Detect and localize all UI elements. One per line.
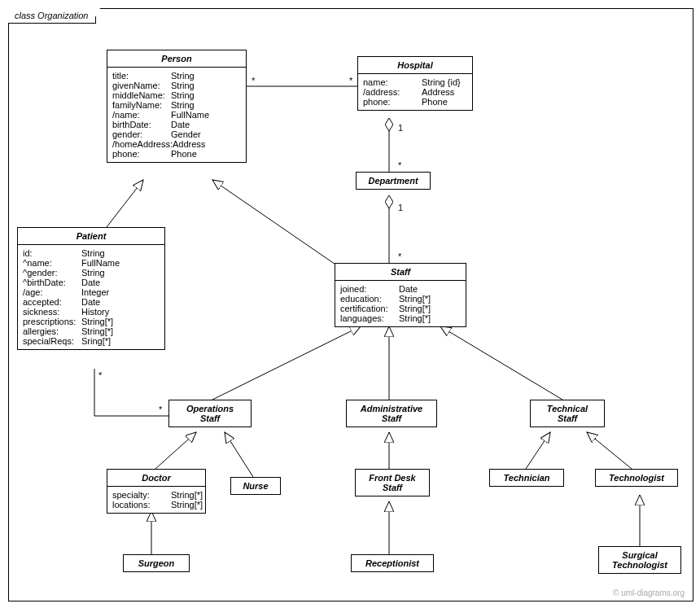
svg-line-21 — [526, 432, 550, 469]
svg-text:*: * — [98, 370, 103, 380]
class-receptionist: Receptionist — [351, 554, 434, 572]
class-technician: Technician — [489, 469, 564, 487]
svg-line-9 — [107, 180, 143, 227]
frame-label: class Organization — [8, 8, 96, 24]
svg-line-13 — [440, 326, 562, 400]
svg-line-18 — [155, 432, 196, 469]
diagram-frame: class Organization * * 1 * 1 * — [8, 8, 693, 601]
svg-text:*: * — [398, 160, 402, 170]
class-person: Person title:StringgivenName:Stringmiddl… — [107, 50, 247, 163]
svg-text:1: 1 — [398, 203, 403, 212]
class-hospital: Hospital name:String {id}/address:Addres… — [357, 56, 473, 111]
credit: © uml-diagrams.org — [613, 588, 685, 597]
class-surgeon: Surgeon — [123, 554, 190, 572]
class-doctor: Doctor specialty:String[*]locations:Stri… — [107, 469, 206, 514]
class-technologist: Technologist — [595, 469, 678, 487]
class-surg-tech: Surgical Technologist — [598, 546, 681, 574]
class-nurse: Nurse — [230, 477, 281, 495]
class-staff: Staff joined:Dateeducation:String[*]cert… — [335, 263, 466, 327]
svg-text:*: * — [349, 76, 353, 85]
class-ops-staff: Operations Staff — [168, 400, 252, 427]
svg-line-19 — [225, 432, 253, 477]
svg-text:*: * — [252, 76, 256, 85]
svg-text:1: 1 — [398, 123, 403, 133]
svg-line-22 — [587, 432, 632, 469]
svg-line-10 — [212, 180, 343, 269]
class-department: Department — [356, 172, 431, 190]
class-patient: Patient id:String^name:FullName^gender:S… — [17, 227, 165, 350]
class-front-desk: Front Desk Staff — [355, 469, 430, 496]
class-admin-staff: Administrative Staff — [346, 400, 437, 427]
svg-text:*: * — [159, 405, 163, 414]
svg-text:*: * — [398, 252, 402, 261]
class-tech-staff: Technical Staff — [530, 400, 605, 427]
svg-line-11 — [212, 326, 361, 400]
